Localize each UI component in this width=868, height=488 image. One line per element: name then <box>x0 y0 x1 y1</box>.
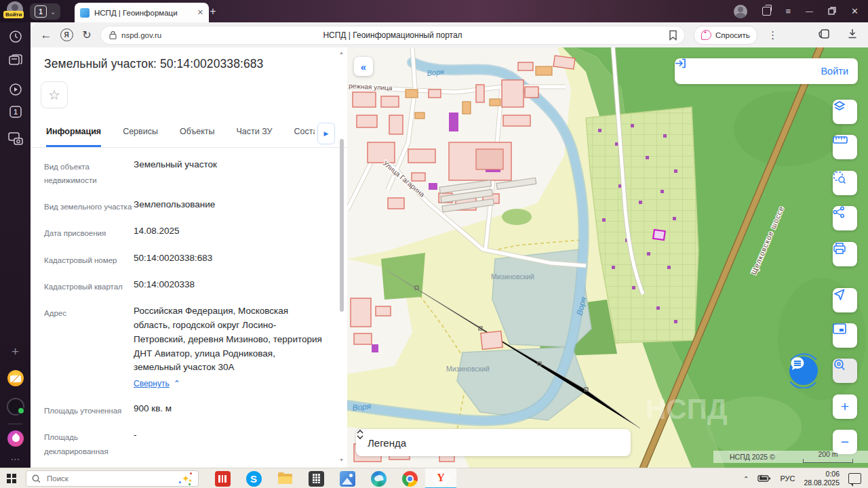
start-button[interactable] <box>0 468 23 488</box>
tabs-overflow-button[interactable]: ▶ <box>317 123 335 144</box>
taskbar-app-red[interactable] <box>207 468 238 488</box>
yandex-search-icon[interactable]: Я <box>56 28 77 41</box>
browser-menu-icon[interactable]: ≡ <box>786 7 791 16</box>
collapse-panel-button[interactable]: « <box>354 57 373 76</box>
search-icon <box>32 474 41 483</box>
notification-center-icon[interactable] <box>848 473 861 484</box>
favorite-button[interactable]: ☆ <box>41 81 68 108</box>
expand-collapse-icon <box>356 429 364 440</box>
copilot-sparkle-icon[interactable]: ✦✦ <box>179 472 193 485</box>
back-button[interactable]: ← <box>36 28 56 42</box>
map-canvas[interactable]: режная улица Улица Гагарина Щелковское ш… <box>347 47 868 468</box>
tab-group-chip[interactable]: 1 ⌄ <box>30 3 60 20</box>
taskbar-app-edge[interactable] <box>363 468 394 488</box>
tab-composition[interactable]: Соста <box>294 121 315 147</box>
panel-tabs: Информация Сервисы Объекты Части ЗУ Сост… <box>46 121 315 147</box>
screenshot-icon[interactable] <box>0 132 31 145</box>
chevron-up-icon: ⌃ <box>174 378 180 390</box>
browser-tab[interactable]: НСПД | Геоинформаци ✕ <box>75 3 209 22</box>
ask-ai-button[interactable]: Спросить <box>694 26 757 45</box>
parcel-info-panel: Земельный участок: 50:14:0020338:683 ☆ И… <box>31 47 347 468</box>
collections-icon[interactable] <box>818 28 830 42</box>
taskbar-app-chrome[interactable] <box>394 468 425 488</box>
messenger-icon[interactable] <box>0 398 31 415</box>
map-login-button[interactable]: Войти <box>675 58 858 84</box>
clock[interactable]: 0:06 28.08.2025 <box>804 470 840 487</box>
taskbar-search[interactable]: ✦✦ <box>26 470 199 487</box>
legend-label: Легенда <box>368 437 406 449</box>
tab-panels-icon[interactable] <box>762 7 771 16</box>
field-row: Кадастровый номер 50:14:0020338:683 <box>44 251 323 267</box>
minimap-button[interactable] <box>833 323 857 348</box>
field-row: Площадь декларированная - <box>44 428 323 458</box>
share-button[interactable] <box>833 206 857 230</box>
minimap-icon <box>833 323 846 334</box>
printer-icon <box>833 242 846 255</box>
search-area-button[interactable] <box>833 171 857 195</box>
taskbar-app-yandex-active[interactable]: Y <box>425 468 456 488</box>
tab-information[interactable]: Информация <box>46 121 101 147</box>
feed-panels-icon[interactable] <box>0 54 31 66</box>
window-minimize-button[interactable]: — <box>806 7 813 15</box>
screen: Войти 1 ⌄ НСПД | Геоинформаци ✕ + ≡ — ✕ … <box>0 0 868 488</box>
chat-fab[interactable] <box>786 353 821 388</box>
search-on-map-button[interactable] <box>833 359 857 383</box>
field-row: Вид объекта недвижимости Земельный участ… <box>44 158 323 187</box>
mail-icon[interactable] <box>0 370 31 386</box>
svg-text:1: 1 <box>14 108 18 116</box>
layers-button[interactable] <box>833 100 857 124</box>
language-indicator[interactable]: РУС <box>780 474 795 483</box>
tab-title: НСПД | Геоинформаци <box>94 9 193 17</box>
search-input[interactable] <box>45 474 174 483</box>
account-avatar-icon[interactable] <box>734 5 747 18</box>
time-text: 0:06 <box>804 470 840 479</box>
tab-count: 1 <box>35 5 47 18</box>
tabs-counter-icon[interactable]: 1 <box>0 105 31 119</box>
print-button[interactable] <box>833 242 857 266</box>
taskbar-app-skype[interactable]: S <box>238 468 269 488</box>
refresh-button[interactable]: ↻ <box>77 28 97 41</box>
panel-scrollbar[interactable]: ▲ ▼ <box>338 47 345 468</box>
more-options-icon[interactable]: ⋮ <box>763 29 783 41</box>
field-row: Дата присвоения 14.08.2025 <box>44 224 323 240</box>
taskbar-app-photos[interactable] <box>332 468 363 488</box>
window-restore-button[interactable] <box>828 5 836 18</box>
collapse-address-link[interactable]: Свернуть ⌃ <box>134 378 180 390</box>
browser-sidebar: 1 + ⋯ <box>0 22 31 468</box>
field-row: Кадастровый квартал 50:14:0020338 <box>44 278 323 293</box>
window-close-button[interactable]: ✕ <box>851 7 859 16</box>
tab-services[interactable]: Сервисы <box>123 121 158 147</box>
browser-tabstrip: Войти 1 ⌄ НСПД | Геоинформаци ✕ + ≡ — ✕ <box>0 0 868 22</box>
arrow-right-icon: ▶ <box>324 130 329 137</box>
scrollbar-thumb[interactable] <box>340 139 344 312</box>
locate-button[interactable] <box>833 288 857 312</box>
tab-objects[interactable]: Объекты <box>180 121 215 147</box>
tab-close-icon[interactable]: ✕ <box>197 8 203 17</box>
measure-button[interactable] <box>833 135 857 159</box>
legend-bar[interactable]: Легенда <box>356 429 631 456</box>
taskbar-app-calculator[interactable] <box>300 468 332 488</box>
pond-label: Мизиновский <box>491 272 534 281</box>
bookmark-icon[interactable] <box>669 30 677 41</box>
share-icon <box>833 206 845 218</box>
address-bar[interactable]: nspd.gov.ru НСПД | Геоинформационный пор… <box>101 26 684 44</box>
sidebar-add-icon[interactable]: + <box>0 344 31 359</box>
alice-icon[interactable] <box>0 430 31 447</box>
login-arrow-icon <box>675 58 686 68</box>
history-icon[interactable] <box>0 30 31 43</box>
new-tab-button[interactable]: + <box>205 4 220 19</box>
tab-parts[interactable]: Части ЗУ <box>236 121 272 147</box>
zoom-in-button[interactable]: + <box>833 394 857 419</box>
browser-profile-button[interactable]: Войти <box>3 1 26 21</box>
date-text: 28.08.2025 <box>804 479 840 487</box>
sidebar-more-icon[interactable]: ⋯ <box>0 453 31 464</box>
downloads-icon[interactable] <box>848 28 857 41</box>
battery-icon[interactable] <box>757 474 771 483</box>
scroll-up-icon[interactable]: ▲ <box>339 50 344 55</box>
video-icon[interactable] <box>0 83 31 96</box>
scroll-down-icon[interactable]: ▼ <box>339 458 344 462</box>
tray-chevron-icon[interactable]: ⌃ <box>743 475 749 483</box>
taskbar-app-explorer[interactable] <box>269 468 300 488</box>
layers-icon <box>833 100 846 113</box>
search-area-icon <box>833 171 846 184</box>
